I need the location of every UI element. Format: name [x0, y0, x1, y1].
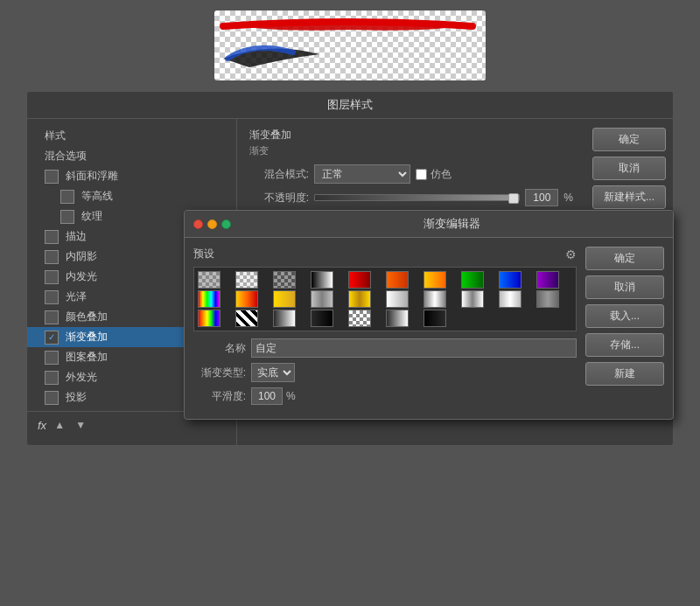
- editor-title: 渐变编辑器: [240, 216, 664, 232]
- color-overlay-checkbox[interactable]: [45, 310, 59, 324]
- contour-checkbox[interactable]: [60, 190, 74, 204]
- sidebar-item-label: 图案叠加: [66, 350, 108, 365]
- gradient-type-label: 渐变类型:: [193, 366, 246, 380]
- preset-item[interactable]: [386, 271, 409, 289]
- new-style-button[interactable]: 新建样式...: [592, 185, 666, 209]
- blend-mode-select[interactable]: 正常 溶解: [314, 164, 410, 184]
- sidebar-item-label: 光泽: [66, 289, 87, 304]
- editor-right-buttons: 确定 取消 载入... 存储... 新建: [585, 247, 664, 410]
- stroke-checkbox[interactable]: [45, 230, 59, 244]
- gradient-type-select[interactable]: 实底 杂色: [251, 363, 295, 382]
- preset-item[interactable]: [348, 290, 371, 308]
- preset-item[interactable]: [499, 290, 522, 308]
- smoothness-unit: %: [286, 390, 296, 402]
- smoothness-controls: %: [251, 387, 296, 405]
- preset-item[interactable]: [386, 290, 409, 308]
- sidebar-item-label: 描边: [66, 229, 87, 244]
- sidebar-item-label: 渐变叠加: [66, 330, 108, 345]
- opacity-slider-track[interactable]: [314, 194, 520, 201]
- blend-mode-row: 混合模式: 正常 溶解 仿色: [249, 164, 573, 184]
- preset-item[interactable]: [386, 310, 409, 327]
- gear-icon[interactable]: ⚙: [565, 247, 577, 261]
- sidebar-item-label: 样式: [45, 129, 66, 143]
- preset-item[interactable]: [461, 271, 484, 289]
- sidebar-item-contour[interactable]: 等高线: [27, 186, 236, 206]
- editor-cancel-button[interactable]: 取消: [585, 275, 664, 299]
- sidebar-item-blend[interactable]: 混合选项: [27, 146, 236, 166]
- preset-item[interactable]: [536, 290, 559, 308]
- inner-glow-checkbox[interactable]: [45, 270, 59, 284]
- drop-shadow-checkbox[interactable]: [45, 391, 59, 405]
- name-row: 名称: [193, 338, 577, 358]
- fx-label: fx: [38, 419, 46, 432]
- traffic-lights: [193, 219, 231, 229]
- preset-item[interactable]: [499, 271, 522, 289]
- sidebar-item-style[interactable]: 样式: [27, 126, 236, 146]
- preset-item[interactable]: [273, 271, 296, 289]
- preset-item[interactable]: [348, 271, 371, 289]
- name-label: 名称: [193, 341, 246, 356]
- preset-item[interactable]: [424, 290, 446, 308]
- preset-item[interactable]: [424, 271, 446, 289]
- editor-confirm-button[interactable]: 确定: [585, 247, 664, 270]
- preset-item[interactable]: [235, 290, 258, 308]
- opacity-unit: %: [564, 192, 573, 204]
- preset-item[interactable]: [273, 310, 296, 327]
- simulate-checkbox[interactable]: [416, 169, 427, 180]
- smoothness-label: 平滑度:: [193, 389, 246, 404]
- minimize-button[interactable]: [207, 219, 217, 229]
- preset-item[interactable]: [198, 271, 220, 289]
- up-icon[interactable]: ▲: [52, 417, 67, 433]
- preset-item[interactable]: [273, 290, 296, 308]
- gradient-editor: 渐变编辑器 预设 ⚙: [184, 210, 674, 420]
- presets-grid: [193, 267, 577, 331]
- opacity-input[interactable]: [525, 189, 558, 206]
- sub-title: 渐变: [249, 144, 573, 157]
- preset-item[interactable]: [235, 271, 258, 289]
- editor-load-button[interactable]: 载入...: [585, 304, 664, 328]
- simulate-check-row: 仿色: [416, 167, 452, 182]
- down-icon[interactable]: ▼: [73, 417, 88, 433]
- editor-body: 预设 ⚙: [185, 238, 673, 419]
- inner-shadow-checkbox[interactable]: [45, 250, 59, 264]
- preset-item[interactable]: [311, 290, 333, 308]
- close-button[interactable]: [193, 219, 203, 229]
- gradient-type-row: 渐变类型: 实底 杂色: [193, 363, 577, 382]
- satin-checkbox[interactable]: [45, 290, 59, 304]
- smoothness-row: 平滑度: %: [193, 387, 577, 405]
- panel-title: 图层样式: [27, 92, 673, 119]
- sidebar-item-label: 混合选项: [45, 149, 87, 164]
- preset-item[interactable]: [311, 310, 333, 327]
- sidebar-item-label: 内阴影: [66, 249, 97, 264]
- pattern-overlay-checkbox[interactable]: [45, 351, 59, 365]
- opacity-slider-container: [314, 194, 520, 201]
- preset-item[interactable]: [424, 310, 446, 327]
- outer-glow-checkbox[interactable]: [45, 371, 59, 385]
- editor-new-button[interactable]: 新建: [585, 362, 664, 386]
- section-title: 渐变叠加: [249, 128, 573, 143]
- editor-save-button[interactable]: 存储...: [585, 333, 664, 357]
- preset-item[interactable]: [348, 310, 371, 327]
- simulate-label: 仿色: [430, 167, 452, 182]
- opacity-slider-thumb[interactable]: [508, 193, 519, 204]
- confirm-button[interactable]: 确定: [592, 128, 666, 151]
- bevel-checkbox[interactable]: [45, 170, 59, 184]
- sidebar-item-label: 投影: [66, 390, 87, 405]
- canvas-preview-area: [0, 0, 700, 91]
- preset-item[interactable]: [198, 290, 220, 308]
- gradient-overlay-checkbox[interactable]: ✓: [45, 331, 59, 345]
- preset-item[interactable]: [235, 310, 258, 327]
- preset-item[interactable]: [198, 310, 220, 327]
- presets-label: 预设 ⚙: [193, 247, 577, 261]
- preset-item[interactable]: [461, 290, 484, 308]
- name-input[interactable]: [251, 338, 577, 358]
- preset-item[interactable]: [536, 271, 559, 289]
- opacity-row: 不透明度: %: [249, 189, 573, 206]
- preset-item[interactable]: [311, 271, 333, 289]
- smoothness-input[interactable]: [251, 387, 283, 405]
- texture-checkbox[interactable]: [60, 210, 74, 224]
- maximize-button[interactable]: [221, 219, 231, 229]
- sidebar-item-bevel[interactable]: 斜面和浮雕: [27, 166, 236, 186]
- blend-mode-label: 混合模式:: [249, 167, 309, 182]
- cancel-button[interactable]: 取消: [592, 157, 666, 180]
